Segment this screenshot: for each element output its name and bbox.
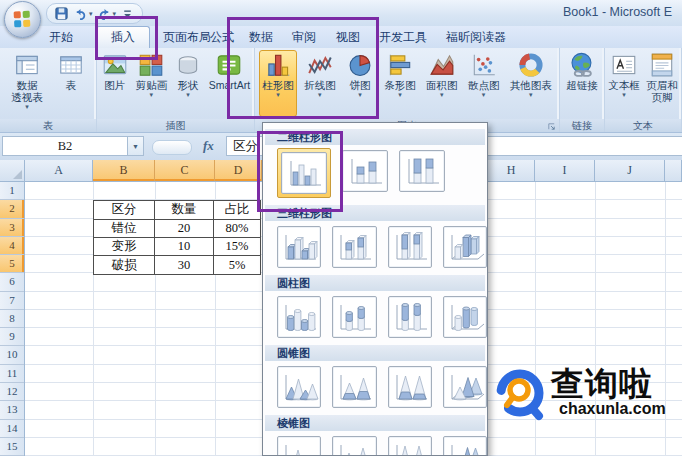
tab-developer[interactable]: 开发工具 (372, 27, 434, 48)
column-header-J[interactable]: J (595, 160, 665, 181)
gallery-section-title: 圆柱图 (265, 275, 485, 291)
clustered-pyramid-icon (279, 441, 319, 456)
chart-type-stacked-cone[interactable] (332, 366, 376, 408)
button-label: 透视表 (11, 91, 43, 103)
row-header-2[interactable]: 2 (0, 200, 24, 218)
chart-type-100-stacked-column[interactable] (399, 150, 445, 192)
dialog-launcher-icon[interactable] (547, 121, 556, 130)
button-label: SmartArt (209, 79, 250, 91)
tab-data[interactable]: 数据 (241, 27, 281, 48)
picture-button[interactable]: 图片 (98, 50, 132, 92)
chart-type-clustered-cylinder[interactable] (277, 296, 321, 338)
button-label: 表 (66, 79, 77, 91)
chart-type-100-stacked-pyramid[interactable] (388, 436, 432, 456)
column-header-A[interactable]: A (25, 160, 93, 181)
cell-B4[interactable]: 变形 (94, 238, 155, 256)
chart-type-clustered-pyramid[interactable] (277, 436, 321, 456)
tab-foxit-reader[interactable]: 福昕阅读器 (436, 27, 516, 48)
tab-home[interactable]: 开始 (38, 27, 84, 48)
row-header-15[interactable]: 15 (0, 438, 24, 456)
chart-type-100-stacked-cone[interactable] (388, 366, 432, 408)
row-header-13[interactable]: 13 (0, 401, 24, 419)
scatter-chart-button[interactable]: 散点图▾ (465, 50, 503, 100)
clipart-button[interactable]: 剪贴画▾ (133, 50, 171, 100)
row-header-9[interactable]: 9 (0, 328, 24, 346)
excel-window: ▾▾ Book1 - Microsoft E 开始插入页面布局公式数据审阅视图开… (0, 0, 682, 456)
row-header-11[interactable]: 11 (0, 365, 24, 383)
chart-type-100-stacked-cylinder[interactable] (388, 296, 432, 338)
area-chart-button[interactable]: 面积图▾ (423, 50, 461, 100)
row-header-8[interactable]: 8 (0, 310, 24, 328)
office-button[interactable] (4, 1, 41, 38)
name-box-dropdown-icon[interactable]: ▼ (128, 136, 144, 156)
chart-type-3d-cone[interactable] (443, 366, 487, 408)
chart-type-3d-100-stacked-column[interactable] (388, 226, 432, 268)
pivottable-button[interactable]: 数据透视表▾ (8, 50, 46, 112)
pie-chart-button[interactable]: 饼图▾ (343, 50, 377, 100)
header-footer-button[interactable]: 页眉和页脚 (643, 50, 681, 104)
column-header-H[interactable]: H (488, 160, 535, 181)
save-button[interactable] (54, 6, 69, 21)
title-bar: ▾▾ Book1 - Microsoft E (0, 0, 682, 27)
chart-type-clustered-cone[interactable] (277, 366, 321, 408)
cell-C3[interactable]: 20 (155, 220, 214, 238)
other-charts-button[interactable]: 其他图表▾ (507, 50, 555, 100)
cell-C2[interactable]: 数量 (155, 201, 214, 219)
cell-D2[interactable]: 占比 (214, 201, 260, 219)
tab-view[interactable]: 视图 (328, 27, 368, 48)
row-header-10[interactable]: 10 (0, 346, 24, 364)
column-header-C[interactable]: C (155, 160, 215, 181)
chart-type-3d-stacked-column[interactable] (332, 226, 376, 268)
cell-D5[interactable]: 5% (214, 256, 260, 274)
tab-formulas[interactable]: 公式 (200, 27, 244, 48)
column-header-D[interactable]: D (215, 160, 262, 181)
row-header-6[interactable]: 6 (0, 273, 24, 291)
row-header-4[interactable]: 4 (0, 237, 24, 255)
cell-B3[interactable]: 错位 (94, 220, 155, 238)
chart-type-3d-pyramid[interactable] (443, 436, 487, 456)
chart-type-stacked-pyramid[interactable] (332, 436, 376, 456)
smartart-button[interactable]: SmartArt (206, 50, 253, 92)
row-header-14[interactable]: 14 (0, 420, 24, 438)
cell-B5[interactable]: 破损 (94, 256, 155, 274)
chart-type-clustered-column[interactable] (281, 152, 327, 194)
chart-type-3d-cylinder[interactable] (443, 296, 487, 338)
bar-chart-button[interactable]: 条形图▾ (381, 50, 419, 100)
chart-type-stacked-cylinder[interactable] (332, 296, 376, 338)
customize-qat-button[interactable] (120, 6, 135, 21)
row-header-3[interactable]: 3 (0, 219, 24, 237)
redo-button[interactable]: ▾ (97, 6, 117, 21)
tab-bar: 开始插入页面布局公式数据审阅视图开发工具福昕阅读器 (0, 26, 682, 48)
chart-type-3d-column[interactable] (443, 226, 487, 268)
cell-C5[interactable]: 30 (155, 256, 214, 274)
cell-D3[interactable]: 80% (214, 220, 260, 238)
tab-insert[interactable]: 插入 (96, 26, 150, 48)
column-chart-button[interactable]: 柱形图▾ (259, 50, 297, 117)
column-header-B[interactable]: B (93, 160, 155, 181)
shapes-button[interactable]: 形状▾ (171, 50, 205, 100)
cell-C4[interactable]: 10 (155, 238, 214, 256)
row-header-7[interactable]: 7 (0, 292, 24, 310)
stacked-cylinder-icon (334, 301, 374, 333)
chart-type-3d-clustered-column[interactable] (277, 226, 321, 268)
column-header-I[interactable]: I (535, 160, 595, 181)
textbox-button[interactable]: 文本框▾ (605, 50, 643, 100)
name-box[interactable]: B2 (2, 136, 128, 156)
row-header-12[interactable]: 12 (0, 383, 24, 401)
line-chart-button[interactable]: 折线图▾ (301, 50, 339, 100)
hyperlink-button[interactable]: 超链接 (563, 50, 601, 92)
chart-type-stacked-column[interactable] (342, 150, 388, 192)
row-header-5[interactable]: 5 (0, 255, 24, 273)
dropdown-arrow-icon: ▾ (150, 91, 154, 99)
stacked-cone-icon (334, 371, 374, 403)
tab-review[interactable]: 审阅 (284, 27, 324, 48)
table-button[interactable]: 表 (54, 50, 88, 92)
insert-function-button[interactable]: fx (203, 138, 214, 154)
row-header-1[interactable]: 1 (0, 182, 24, 200)
pie-chart-icon (346, 51, 374, 79)
select-all-corner[interactable] (0, 160, 25, 181)
cell-D4[interactable]: 15% (214, 238, 260, 256)
column-header-partial[interactable] (665, 160, 682, 181)
cell-B2[interactable]: 区分 (94, 201, 155, 219)
undo-button[interactable]: ▾ (73, 6, 93, 21)
